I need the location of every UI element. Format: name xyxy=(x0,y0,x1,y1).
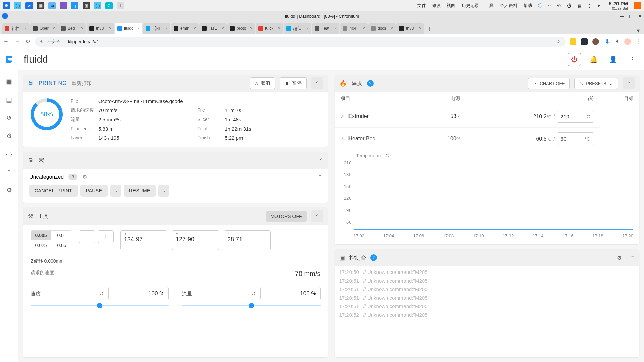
close-tab-icon[interactable]: × xyxy=(334,26,337,31)
presets-button[interactable]: ♨PRESETS⌄ xyxy=(574,78,618,89)
browser-tab[interactable]: 404:× xyxy=(340,23,368,34)
console-settings-icon[interactable]: ⚙ xyxy=(617,255,622,261)
cura-icon[interactable]: C xyxy=(105,2,113,9)
chart-off-button[interactable]: 〰CHART OFF xyxy=(528,78,570,89)
browser-tab[interactable]: th33× xyxy=(396,23,424,34)
close-tab-icon[interactable]: × xyxy=(278,26,280,31)
new-tab-button[interactable]: + xyxy=(425,24,435,34)
browser-tab[interactable]: th33× xyxy=(87,23,114,34)
app-menu-button[interactable]: ⋮ xyxy=(626,53,639,66)
app-logo-icon[interactable] xyxy=(0,55,18,64)
tray-app-icon[interactable] xyxy=(634,2,641,9)
z-up-button[interactable]: ↑ xyxy=(79,230,95,243)
collapse-temp-button[interactable]: ⌃ xyxy=(623,77,635,89)
x-coord-input[interactable]: X134.97 xyxy=(120,230,167,250)
collapse-console-button[interactable]: ⌃ xyxy=(630,255,635,261)
menu-edit[interactable]: 修改 xyxy=(432,3,441,9)
cancel-print-button[interactable]: ⦸取消 xyxy=(250,77,275,89)
extruder-target-input[interactable]: 210°C xyxy=(557,110,594,123)
pause-print-button[interactable]: ⏸暂停 xyxy=(280,77,307,89)
browser-tab[interactable]: jlas1× xyxy=(199,23,227,34)
motors-off-button[interactable]: MOTORS OFF xyxy=(266,211,306,222)
tab-overflow-icon[interactable]: ▾ xyxy=(635,27,642,34)
collapse-group-button[interactable]: ⌃ xyxy=(318,174,322,180)
window-maximize-icon[interactable]: ▢ xyxy=(629,13,633,19)
telegram-icon[interactable]: ➤ xyxy=(25,2,33,9)
speed-input[interactable] xyxy=(108,287,169,300)
ext1-icon[interactable] xyxy=(570,38,576,45)
macro-pause-button[interactable]: PAUSE xyxy=(80,185,108,197)
tray-sync-icon[interactable]: ⟲ xyxy=(557,3,561,8)
account-button[interactable]: 👤 xyxy=(606,53,620,66)
terminal2-icon[interactable]: ▣ xyxy=(83,2,90,9)
app-launcher-icon[interactable]: ⚙ xyxy=(3,2,10,9)
z-down-button[interactable]: ↓ xyxy=(98,230,114,243)
qbittorrent-icon[interactable]: q xyxy=(71,2,78,9)
tray-wifi-icon[interactable]: ⌔ xyxy=(548,3,551,8)
nav-tune-icon[interactable]: ⚙ xyxy=(5,132,13,140)
tray-power-icon[interactable]: ⏻ xyxy=(567,3,571,8)
nav-system-icon[interactable]: ▯ xyxy=(5,168,13,176)
files-icon[interactable]: ▭ xyxy=(48,2,56,9)
bookmark-star-icon[interactable]: ☆ xyxy=(556,39,561,44)
nav-back-icon[interactable]: ← xyxy=(3,38,9,45)
profile-avatar-icon[interactable] xyxy=(624,38,631,45)
console-help-icon[interactable]: ? xyxy=(370,254,377,261)
menu-tools[interactable]: 工具 xyxy=(485,3,494,9)
ext3-icon[interactable] xyxy=(592,38,599,45)
step-005[interactable]: 0.05 xyxy=(52,241,72,250)
tray-chevron-icon[interactable]: ▾ xyxy=(598,3,600,8)
close-tab-icon[interactable]: × xyxy=(165,26,168,31)
window-close-icon[interactable]: ✕ xyxy=(638,13,642,19)
macro-pause-menu-button[interactable]: ⌄ xyxy=(110,185,121,197)
browser-tab[interactable]: 超低× xyxy=(284,23,311,34)
browser-tab[interactable]: emtr× xyxy=(171,23,199,34)
nav-config-icon[interactable]: {.} xyxy=(5,150,13,158)
address-bar[interactable]: ⚠ 不安全 | klipper.local/#/ ☆ xyxy=(35,37,566,47)
close-tab-icon[interactable]: × xyxy=(53,26,55,31)
menu-profile[interactable]: 个人资料 xyxy=(500,3,517,9)
nav-jobs-icon[interactable]: ▤ xyxy=(5,96,13,104)
collapse-macros-button[interactable]: ⌃ xyxy=(319,157,323,164)
flow-reset-icon[interactable]: ↺ xyxy=(251,291,256,297)
close-tab-icon[interactable]: × xyxy=(419,26,421,31)
menu-file[interactable]: 文件 xyxy=(417,3,426,9)
notifications-button[interactable]: 🔔 xyxy=(587,53,600,66)
ext-download-icon[interactable]: ⬇ xyxy=(604,38,610,45)
bed-target-input[interactable]: 60°C xyxy=(557,132,594,145)
alerts-button[interactable]: ⏻ xyxy=(568,53,581,66)
step-001[interactable]: 0.01 xyxy=(52,231,72,240)
close-tab-icon[interactable]: × xyxy=(363,26,365,31)
terminal-icon[interactable]: ▣ xyxy=(37,2,44,9)
chromium-icon[interactable]: ◯ xyxy=(14,2,21,9)
macro-resume-button[interactable]: RESUME xyxy=(124,185,156,197)
macro-cancel-print-button[interactable]: CANCEL_PRINT xyxy=(29,185,78,197)
z-coord-input[interactable]: Z28.71 xyxy=(224,230,271,250)
nav-history-icon[interactable]: ↺ xyxy=(5,114,13,122)
step-size-selector[interactable]: 0.005 0.01 0.025 0.05 xyxy=(31,230,72,250)
y-coord-input[interactable]: Y127.90 xyxy=(172,230,219,250)
browser-tab[interactable]: 【kli× xyxy=(143,23,170,34)
browser-menu-icon[interactable]: ⋮ xyxy=(636,38,641,45)
browser-tab[interactable]: Klick× xyxy=(256,23,283,34)
macro-settings-icon[interactable]: ⚙ xyxy=(82,174,87,180)
reprint-button[interactable]: 重新打印 xyxy=(71,80,92,87)
nav-dashboard-icon[interactable]: ▦ xyxy=(5,77,13,85)
menu-view[interactable]: 视图 xyxy=(447,3,455,9)
flow-slider[interactable] xyxy=(182,305,320,306)
close-tab-icon[interactable]: × xyxy=(24,26,27,31)
browser-tab[interactable]: 补档× xyxy=(2,23,30,34)
close-tab-icon[interactable]: × xyxy=(222,26,224,31)
extensions-icon[interactable]: ✦ xyxy=(615,38,620,45)
browser-tab[interactable]: proto× xyxy=(227,23,255,34)
chromium2-icon[interactable]: ◯ xyxy=(94,2,101,9)
close-tab-icon[interactable]: × xyxy=(194,26,196,31)
nav-forward-icon[interactable]: → xyxy=(15,38,20,45)
close-tab-icon[interactable]: × xyxy=(137,26,140,31)
tray-grid-icon[interactable]: ▦ xyxy=(577,3,581,8)
window-minimize-icon[interactable]: — xyxy=(620,13,624,19)
browser-tab[interactable]: fluidd× xyxy=(115,23,142,34)
nav-reload-icon[interactable]: ⟳ xyxy=(26,38,31,45)
close-tab-icon[interactable]: × xyxy=(109,26,111,31)
speed-reset-icon[interactable]: ↺ xyxy=(99,291,104,297)
